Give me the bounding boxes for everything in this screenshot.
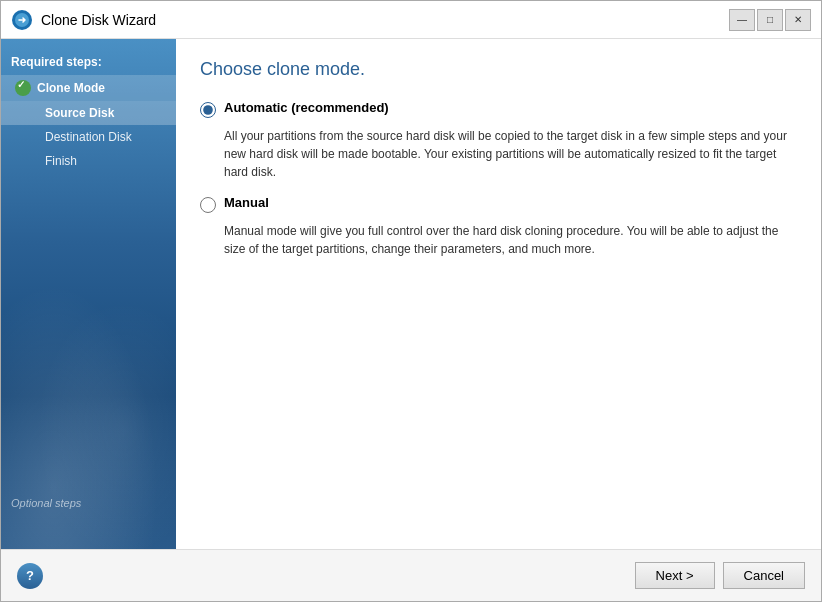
- option-manual-row: Manual: [200, 195, 797, 214]
- sidebar-section-label: Required steps:: [1, 49, 176, 75]
- option-automatic-desc: All your partitions from the source hard…: [224, 127, 797, 181]
- bottom-right: Next > Cancel: [635, 562, 805, 589]
- sidebar-item-clone-mode[interactable]: Clone Mode: [1, 75, 176, 101]
- sidebar-item-label: Destination Disk: [45, 130, 132, 144]
- maximize-button[interactable]: □: [757, 9, 783, 31]
- title-bar: Clone Disk Wizard — □ ✕: [1, 1, 821, 39]
- sidebar-item-source-disk[interactable]: Source Disk: [1, 101, 176, 125]
- option-automatic-content: Automatic (recommended): [224, 100, 797, 119]
- sidebar-item-label: Source Disk: [45, 106, 114, 120]
- panel-title: Choose clone mode.: [200, 59, 797, 80]
- option-automatic-row: Automatic (recommended): [200, 100, 797, 119]
- right-panel: Choose clone mode. Automatic (recommende…: [176, 39, 821, 549]
- sidebar-item-label: Finish: [45, 154, 77, 168]
- option-manual-desc: Manual mode will give you full control o…: [224, 222, 797, 258]
- option-manual-content: Manual: [224, 195, 797, 214]
- sidebar: Required steps: Clone Mode Source Disk D…: [1, 39, 176, 549]
- sidebar-item-destination-disk[interactable]: Destination Disk: [1, 125, 176, 149]
- bottom-bar: ? Next > Cancel: [1, 549, 821, 601]
- help-button[interactable]: ?: [17, 563, 43, 589]
- bottom-left: ?: [17, 563, 635, 589]
- sidebar-item-label: Clone Mode: [37, 81, 105, 95]
- sidebar-item-finish[interactable]: Finish: [1, 149, 176, 173]
- cancel-button[interactable]: Cancel: [723, 562, 805, 589]
- window: Clone Disk Wizard — □ ✕ Required steps: …: [0, 0, 822, 602]
- minimize-button[interactable]: —: [729, 9, 755, 31]
- window-title: Clone Disk Wizard: [41, 12, 729, 28]
- app-icon: [11, 9, 33, 31]
- radio-manual[interactable]: [200, 197, 216, 213]
- close-button[interactable]: ✕: [785, 9, 811, 31]
- window-controls: — □ ✕: [729, 9, 811, 31]
- option-manual-label: Manual: [224, 195, 797, 210]
- radio-automatic[interactable]: [200, 102, 216, 118]
- option-automatic-label: Automatic (recommended): [224, 100, 797, 115]
- next-button[interactable]: Next >: [635, 562, 715, 589]
- check-icon: [15, 80, 31, 96]
- main-content: Required steps: Clone Mode Source Disk D…: [1, 39, 821, 549]
- sidebar-optional-label: Optional steps: [11, 497, 81, 509]
